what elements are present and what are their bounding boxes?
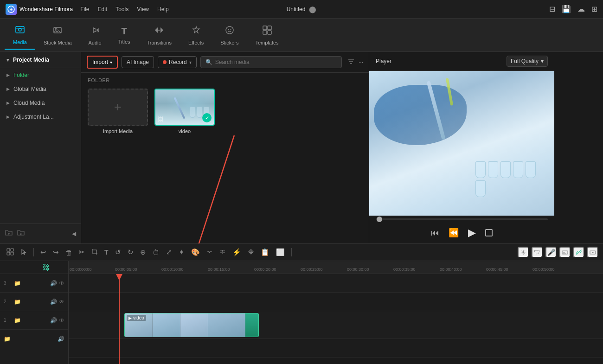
record-dropdown-arrow: ▾: [189, 60, 192, 65]
tab-audio[interactable]: Audio: [80, 21, 110, 49]
track-3-icons: 🔊 👁: [50, 280, 64, 287]
sidebar-item-folder[interactable]: ▶ Folder: [0, 68, 81, 82]
tab-stock-media[interactable]: Stock Media: [35, 21, 80, 49]
speed-btn[interactable]: ⚡: [231, 247, 243, 257]
save-icon[interactable]: 💾: [562, 5, 571, 13]
vial-g4: [513, 161, 523, 178]
quality-select[interactable]: Full Quality ▾: [507, 56, 548, 67]
tab-stickers[interactable]: Stickers: [212, 21, 247, 49]
track-3-audio[interactable]: 🔊: [50, 280, 57, 287]
track-3-folder[interactable]: 📁: [14, 280, 21, 287]
sidebar-item-global-media[interactable]: ▶ Global Media: [0, 82, 81, 96]
tab-effects[interactable]: Effects: [180, 21, 212, 49]
vial-g3: [500, 161, 511, 178]
more-options-icon[interactable]: ···: [359, 59, 363, 65]
import-media-item[interactable]: + Import Media: [88, 89, 148, 134]
new-folder-icon[interactable]: [5, 229, 13, 239]
track-1-eye[interactable]: 👁: [59, 317, 64, 324]
step-back-button[interactable]: ⏮: [431, 228, 439, 238]
sidebar-item-cloud-media[interactable]: ▶ Cloud Media: [0, 96, 81, 110]
video-thumbnail[interactable]: 🖼 ✓: [154, 89, 215, 126]
track-bottom-audio[interactable]: 🔊: [58, 336, 64, 342]
menu-edit[interactable]: Edit: [98, 6, 108, 13]
frame-back-button[interactable]: ⏪: [449, 228, 459, 238]
track-2-folder[interactable]: 📁: [14, 299, 21, 305]
magic-btn[interactable]: ✦: [177, 247, 186, 257]
color-btn[interactable]: 🎨: [189, 247, 202, 257]
cloud-icon[interactable]: ☁: [577, 5, 585, 13]
audio-icon: [90, 25, 100, 38]
timeline-pointer-btn[interactable]: [19, 248, 29, 257]
stabilize-btn[interactable]: [246, 248, 256, 257]
track-2-audio[interactable]: 🔊: [50, 299, 57, 305]
delete-btn[interactable]: 🗑: [64, 248, 74, 257]
ruler-0: 00:00:00:00: [70, 267, 92, 272]
track-2-eye[interactable]: 👁: [59, 299, 64, 305]
stop-button[interactable]: [485, 229, 493, 236]
track-1-audio[interactable]: 🔊: [50, 317, 57, 324]
tab-media[interactable]: Media: [5, 21, 35, 50]
timeline-layout-btn[interactable]: [5, 247, 16, 258]
scissors-btn[interactable]: ✂: [77, 247, 87, 257]
play-button[interactable]: ▶: [468, 227, 476, 239]
menu-tools[interactable]: Tools: [115, 6, 128, 13]
track-bottom-icons: 🔊: [58, 336, 64, 342]
caption-btn[interactable]: [559, 247, 571, 258]
playhead[interactable]: [119, 274, 120, 364]
color2-btn[interactable]: ⬜: [274, 247, 287, 257]
ai-image-button[interactable]: AI Image: [122, 56, 154, 68]
clip-btn[interactable]: 📋: [259, 247, 271, 257]
text-btn[interactable]: T: [103, 248, 110, 257]
ruler-marks: 00:00:00:00 00:00:05:00 00:00:10:00 00:0…: [69, 261, 603, 274]
tab-templates[interactable]: Templates: [247, 21, 287, 49]
templates-icon: [262, 25, 272, 38]
track-bottom-folder[interactable]: 📁: [4, 336, 11, 342]
import-placeholder[interactable]: +: [88, 89, 148, 126]
vial-g5: [526, 161, 536, 178]
import-button[interactable]: Import ▾: [87, 56, 118, 69]
crop-btn[interactable]: [90, 248, 100, 257]
main-area: ▼ Project Media ▶ Folder ▶ Global Media …: [0, 52, 603, 243]
video-clip[interactable]: ▶ video: [124, 313, 259, 337]
redo-btn[interactable]: ↪: [51, 247, 61, 257]
sun-btn[interactable]: ☀: [518, 247, 529, 258]
player-panel: Player Full Quality ▾: [369, 52, 554, 243]
audio-filter-btn[interactable]: [205, 248, 215, 257]
split-audio-btn[interactable]: [218, 248, 228, 257]
shield-btn[interactable]: 🛡: [532, 247, 543, 258]
track-row-bottom: [69, 339, 603, 358]
undo-btn[interactable]: ↩: [38, 247, 48, 257]
zoom-in-btn[interactable]: ⊕: [138, 247, 148, 257]
ruler-35: 00:00:35:00: [393, 267, 416, 272]
import-folder-icon[interactable]: [17, 229, 25, 239]
record-button[interactable]: Record ▾: [158, 56, 197, 68]
expand-btn[interactable]: ⤢: [164, 247, 174, 257]
rotate-right-btn[interactable]: ↻: [126, 247, 135, 257]
track-1-folder[interactable]: 📁: [14, 317, 21, 324]
add-track-btn[interactable]: [587, 247, 598, 258]
sidebar-item-adjustment[interactable]: ▶ Adjustment La...: [0, 110, 81, 124]
video-media-item[interactable]: 🖼 ✓ video: [154, 89, 215, 134]
layout-icon[interactable]: ⊟: [549, 5, 555, 13]
track-3-eye[interactable]: 👁: [59, 280, 64, 287]
menu-file[interactable]: File: [80, 6, 89, 13]
tab-transitions[interactable]: Transitions: [139, 21, 180, 49]
search-input[interactable]: [215, 59, 337, 65]
sidebar-folder-label: Folder: [13, 72, 29, 78]
menu-view[interactable]: View: [137, 6, 149, 13]
mic-btn[interactable]: 🎤: [545, 247, 557, 258]
chain-link-icon[interactable]: ⛓: [42, 263, 50, 272]
svg-rect-23: [11, 252, 13, 255]
track-row-1: ▶ video: [69, 311, 603, 339]
progress-dot[interactable]: [377, 217, 382, 222]
progress-bar[interactable]: [376, 218, 548, 220]
filter-icon[interactable]: [347, 58, 355, 67]
sidebar-collapse-triangle[interactable]: ▼: [6, 57, 10, 63]
sidebar-collapse-btn[interactable]: ◀: [72, 230, 76, 237]
chain-btn[interactable]: [573, 247, 584, 258]
grid-icon[interactable]: ⊞: [591, 5, 597, 13]
tab-titles[interactable]: T Titles: [110, 22, 139, 48]
timer-btn[interactable]: ⏱: [151, 248, 161, 257]
rotate-left-btn[interactable]: ↺: [113, 247, 123, 257]
menu-help[interactable]: Help: [157, 6, 169, 13]
